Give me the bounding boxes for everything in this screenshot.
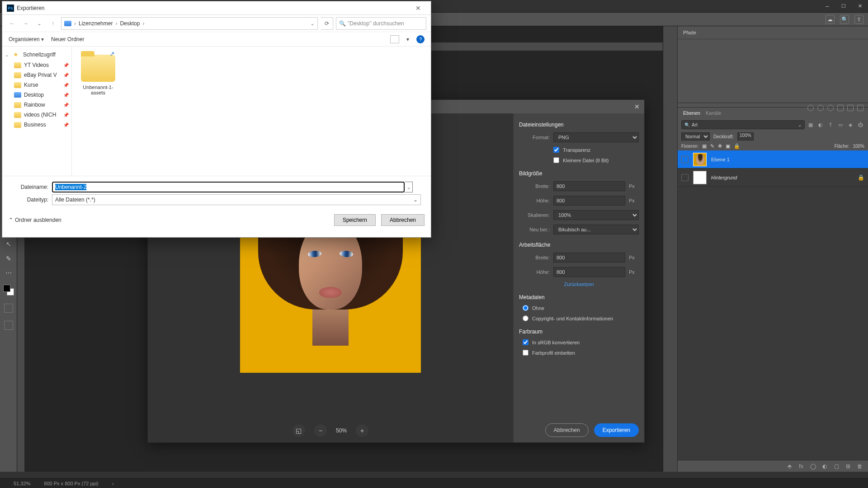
refresh-button[interactable]: ⟳ <box>321 17 333 30</box>
view-button[interactable] <box>390 35 399 43</box>
canvas-height-input[interactable] <box>553 267 625 277</box>
canvas-width-input[interactable] <box>553 253 625 263</box>
scale-select[interactable]: 100% <box>553 210 639 220</box>
group-icon[interactable]: ▢ <box>833 463 840 470</box>
more-tools-icon[interactable]: ⋯ <box>3 267 14 278</box>
file-list-area[interactable]: ↗ Unbenannt-1-assets <box>72 47 431 176</box>
fx-icon[interactable]: fx <box>797 463 805 470</box>
folder-item[interactable]: ↗ Unbenannt-1-assets <box>76 51 120 95</box>
mask-icon[interactable]: ◯ <box>809 463 816 470</box>
section-file-settings: Dateieinstellungen <box>519 122 639 128</box>
filter-shape-icon[interactable]: ▭ <box>836 121 844 129</box>
preview-controls: ◱ − 50% + <box>292 424 368 437</box>
back-button[interactable]: ← <box>7 18 18 29</box>
format-select[interactable]: PNG <box>553 132 639 142</box>
srgb-checkbox[interactable] <box>523 339 528 345</box>
screenmode-icon[interactable] <box>4 321 13 330</box>
neuer-ordner-button[interactable]: Neuer Ordner <box>51 36 84 42</box>
reset-link[interactable]: Zurücksetzen <box>519 282 639 287</box>
tree-rainbow[interactable]: Rainbow📌 <box>2 100 71 110</box>
tab-ebenen[interactable]: Ebenen <box>683 110 700 116</box>
up-button[interactable]: ↑ <box>47 18 58 29</box>
tree-desktop[interactable]: Desktop📌 <box>2 90 71 100</box>
forward-button[interactable]: → <box>20 18 31 29</box>
save-bottom-row: ⌃ Ordner ausblenden Speichern Abbrechen <box>2 211 431 232</box>
export-button[interactable]: Exportieren <box>594 423 639 437</box>
link-icon[interactable]: ⬘ <box>786 463 793 470</box>
search-icon[interactable]: 🔍 <box>840 15 849 24</box>
cloud-icon[interactable]: ☁ <box>826 15 835 24</box>
move-tool-icon[interactable]: ↖ <box>3 239 14 249</box>
close-button[interactable]: ✕ <box>852 1 868 12</box>
blend-mode-select[interactable]: Normal <box>681 132 710 141</box>
lock-artboard-icon[interactable]: ▣ <box>726 143 730 149</box>
tab-kanale[interactable]: Kanäle <box>706 110 721 116</box>
maximize-button[interactable]: ☐ <box>835 1 852 12</box>
view-dropdown[interactable]: ▾ <box>406 36 409 42</box>
share-icon[interactable]: ⇧ <box>854 15 863 24</box>
new-layer-icon[interactable]: ⊞ <box>844 463 852 470</box>
history-dropdown[interactable]: ⌄ <box>34 18 45 29</box>
filter-pixel-icon[interactable]: ▦ <box>807 121 815 129</box>
dateiname-input[interactable] <box>52 182 405 192</box>
fit-icon[interactable]: ◱ <box>292 424 305 437</box>
help-button[interactable]: ? <box>416 35 425 43</box>
cancel-button[interactable]: Abbrechen <box>545 423 589 437</box>
filter-toggle-icon[interactable]: ⏻ <box>856 121 864 129</box>
tree-business[interactable]: Business📌 <box>2 120 71 130</box>
tree-kurse[interactable]: Kurse📌 <box>2 80 71 90</box>
abbrechen-button[interactable]: Abbrechen <box>381 214 425 226</box>
color-chips[interactable] <box>3 285 14 296</box>
filter-adjust-icon[interactable]: ◐ <box>816 121 825 129</box>
close-icon[interactable]: ✕ <box>634 103 640 110</box>
section-metadata: Metadaten <box>519 294 639 300</box>
breadcrumb-desktop[interactable]: Desktop <box>120 20 140 27</box>
tree-ebay[interactable]: eBay Privat V📌 <box>2 70 71 80</box>
dateityp-select[interactable]: Alle Dateien (*.*)⌄ <box>52 194 421 205</box>
lock-move-icon[interactable]: ✥ <box>718 143 722 149</box>
transparenz-checkbox[interactable] <box>553 147 559 153</box>
filter-smart-icon[interactable]: ◈ <box>846 121 854 129</box>
ordner-ausblenden-toggle[interactable]: ⌃ Ordner ausblenden <box>9 217 61 223</box>
speichern-button[interactable]: Speichern <box>334 214 376 226</box>
width-input[interactable] <box>553 181 625 191</box>
resample-select[interactable]: Bikubisch au... <box>553 225 639 235</box>
dateiname-dropdown[interactable]: ⌄ <box>405 182 413 192</box>
quickmask-icon[interactable] <box>4 304 13 313</box>
lock-paint-icon[interactable]: ✎ <box>710 143 714 149</box>
search-input[interactable]: 🔍 "Desktop" durchsuchen <box>336 17 426 30</box>
paths-panel: Pfade <box>678 26 868 108</box>
tree-videos[interactable]: videos (NICH📌 <box>2 110 71 120</box>
address-bar[interactable]: › Lizenznehmer › Desktop › ⌄ <box>61 17 318 30</box>
metadata-copyright-radio[interactable] <box>523 315 528 321</box>
close-icon[interactable]: ✕ <box>410 3 426 14</box>
organisieren-menu[interactable]: Organisieren ▾ <box>9 36 44 42</box>
status-caret[interactable]: › <box>112 481 114 486</box>
kleinere-checkbox[interactable] <box>553 157 559 163</box>
lock-icon[interactable]: 🔒 <box>734 143 740 149</box>
opacity-value[interactable]: 100% <box>737 132 754 141</box>
search-icon: 🔍 <box>684 122 690 127</box>
minimize-button[interactable]: ─ <box>819 1 835 12</box>
layer-row-hintergrund[interactable]: Hintergrund 🔒 <box>678 169 868 187</box>
metadata-none-radio[interactable] <box>523 305 528 311</box>
fill-value[interactable]: 100% <box>853 144 864 149</box>
zoom-out-icon[interactable]: − <box>314 424 327 437</box>
layer-row-ebene1[interactable]: Ebene 1 <box>678 150 868 169</box>
embed-profile-checkbox[interactable] <box>523 350 528 356</box>
drive-icon <box>64 21 71 26</box>
breadcrumb-lizenznehmer[interactable]: Lizenznehmer <box>79 20 113 27</box>
tree-schnellzugriff[interactable]: ⌄★Schnellzugriff <box>2 49 71 60</box>
adjustment-icon[interactable]: ◐ <box>821 463 828 470</box>
visibility-icon[interactable] <box>681 156 689 163</box>
layer-filter[interactable]: 🔍 Art ⌄ <box>681 120 805 129</box>
visibility-icon[interactable] <box>681 174 689 181</box>
tree-yt-videos[interactable]: YT Videos📌 <box>2 60 71 70</box>
lock-icon: 🔒 <box>858 174 864 181</box>
delete-layer-icon[interactable]: 🗑 <box>856 463 863 470</box>
filter-text-icon[interactable]: T <box>826 121 835 129</box>
height-input[interactable] <box>553 196 625 206</box>
zoom-in-icon[interactable]: + <box>356 424 368 437</box>
lock-all-icon[interactable]: ▦ <box>702 143 707 149</box>
brush-tool-icon[interactable]: ✎ <box>3 253 14 264</box>
